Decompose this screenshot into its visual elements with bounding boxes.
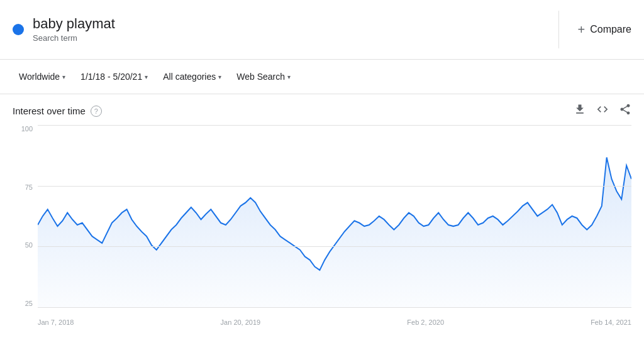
filter-location-label: Worldwide xyxy=(19,72,60,82)
search-term-title: baby playmat xyxy=(33,16,115,32)
chart-title: Interest over time xyxy=(13,106,86,116)
x-label-2020: Feb 2, 2020 xyxy=(407,318,444,326)
grid-line-25 xyxy=(38,307,631,308)
grid-line-50 xyxy=(38,246,631,247)
share-button[interactable] xyxy=(619,103,631,119)
x-label-2018: Jan 7, 2018 xyxy=(38,318,74,326)
x-label-2021: Feb 14, 2021 xyxy=(591,318,631,326)
chart-container: 100 75 50 25 xyxy=(13,125,631,326)
compare-plus-icon: + xyxy=(578,23,586,37)
chart-area xyxy=(38,125,631,307)
embed-button[interactable] xyxy=(596,103,609,119)
blue-dot-indicator xyxy=(13,24,24,35)
x-axis-labels: Jan 7, 2018 Jan 20, 2019 Feb 2, 2020 Feb… xyxy=(38,308,631,326)
search-term-section: baby playmat Search term xyxy=(13,16,540,43)
filter-category[interactable]: All categories ▾ xyxy=(157,68,228,85)
filter-location[interactable]: Worldwide ▾ xyxy=(13,68,72,85)
y-label-100: 100 xyxy=(21,125,33,133)
help-icon-label: ? xyxy=(94,107,98,115)
y-axis-labels: 100 75 50 25 xyxy=(13,125,36,307)
filter-category-label: All categories xyxy=(163,72,216,82)
chart-header: Interest over time ? xyxy=(13,103,631,119)
filter-date-label: 1/1/18 - 5/20/21 xyxy=(80,72,142,82)
header: baby playmat Search term + Compare xyxy=(0,0,644,60)
x-label-2019: Jan 20, 2019 xyxy=(221,318,261,326)
compare-section[interactable]: + Compare xyxy=(578,23,632,37)
help-icon[interactable]: ? xyxy=(91,106,102,117)
y-label-75: 75 xyxy=(25,183,33,191)
grid-line-100 xyxy=(38,125,631,126)
chevron-down-icon: ▾ xyxy=(287,74,291,80)
filter-search-type[interactable]: Web Search ▾ xyxy=(230,68,297,85)
filter-search-type-label: Web Search xyxy=(236,72,285,82)
search-type-label: Search term xyxy=(33,33,77,43)
filters-bar: Worldwide ▾ 1/1/18 - 5/20/21 ▾ All categ… xyxy=(0,60,644,94)
download-button[interactable] xyxy=(574,103,586,119)
chart-section: Interest over time ? 100 75 50 25 xyxy=(0,94,644,326)
chevron-down-icon: ▾ xyxy=(145,74,148,80)
y-label-50: 50 xyxy=(25,241,33,249)
chevron-down-icon: ▾ xyxy=(218,74,221,80)
search-info: baby playmat Search term xyxy=(33,16,115,43)
chart-grid xyxy=(38,125,631,307)
filter-date[interactable]: 1/1/18 - 5/20/21 ▾ xyxy=(74,68,154,85)
header-divider xyxy=(558,11,559,48)
compare-label: Compare xyxy=(590,24,631,35)
chart-title-group: Interest over time ? xyxy=(13,106,102,117)
grid-line-75 xyxy=(38,186,631,187)
chart-actions xyxy=(574,103,631,119)
chevron-down-icon: ▾ xyxy=(62,74,65,80)
y-label-25: 25 xyxy=(25,300,33,307)
